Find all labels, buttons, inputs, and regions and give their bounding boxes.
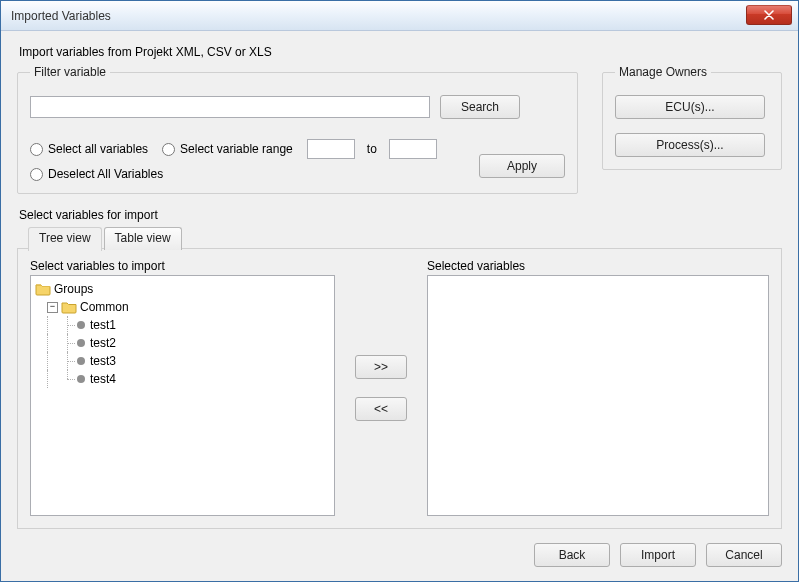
left-column: Select variables to import <box>30 259 335 516</box>
right-column: Selected variables <box>427 259 769 516</box>
radio-select-all-input[interactable] <box>30 143 43 156</box>
right-column-header: Selected variables <box>427 259 769 273</box>
select-section-label: Select variables for import <box>19 208 782 222</box>
variable-icon <box>77 375 85 383</box>
folder-icon <box>35 282 51 296</box>
footer-buttons: Back Import Cancel <box>17 543 782 567</box>
tab-table-view[interactable]: Table view <box>104 227 182 250</box>
manage-owners-legend: Manage Owners <box>615 65 711 79</box>
tree-root-row[interactable]: Groups <box>35 280 330 298</box>
tree-leaf-row[interactable]: test1 <box>35 316 330 334</box>
back-button[interactable]: Back <box>534 543 610 567</box>
tree-group-row[interactable]: − Common <box>35 298 330 316</box>
close-button[interactable] <box>746 5 792 25</box>
tree-collapse-toggle[interactable]: − <box>47 302 58 313</box>
intro-label: Import variables from Projekt XML, CSV o… <box>19 45 782 59</box>
tree-leaf-row[interactable]: test2 <box>35 334 330 352</box>
filter-groupbox: Filter variable Search Select all variab… <box>17 65 578 194</box>
move-right-button[interactable]: >> <box>355 355 407 379</box>
tree: Groups − <box>31 276 334 392</box>
radio-select-all[interactable]: Select all variables <box>30 142 148 156</box>
tabs-wrap: Tree view Table view Select variables to… <box>17 248 782 529</box>
radio-select-range-label: Select variable range <box>180 142 293 156</box>
cancel-button[interactable]: Cancel <box>706 543 782 567</box>
tree-leaf-row[interactable]: test3 <box>35 352 330 370</box>
variable-icon <box>77 339 85 347</box>
radio-select-all-label: Select all variables <box>48 142 148 156</box>
titlebar: Imported Variables <box>1 1 798 31</box>
radio-select-range-input[interactable] <box>162 143 175 156</box>
top-row: Filter variable Search Select all variab… <box>17 65 782 194</box>
range-to-input[interactable] <box>389 139 437 159</box>
tree-leaf-label: test1 <box>90 318 116 332</box>
range-separator: to <box>367 142 377 156</box>
ecu-button[interactable]: ECU(s)... <box>615 95 765 119</box>
variable-icon <box>77 321 85 329</box>
tree-root-label: Groups <box>54 282 93 296</box>
filter-search-input[interactable] <box>30 96 430 118</box>
variable-icon <box>77 357 85 365</box>
radio-deselect-all-label: Deselect All Variables <box>48 167 163 181</box>
radio-deselect-all-input[interactable] <box>30 168 43 181</box>
transfer-layout: Select variables to import <box>30 259 769 516</box>
dialog-window: Imported Variables Import variables from… <box>0 0 799 582</box>
selected-list-panel[interactable] <box>427 275 769 516</box>
move-left-button[interactable]: << <box>355 397 407 421</box>
tabs-panel: Tree view Table view Select variables to… <box>17 248 782 529</box>
folder-icon <box>61 300 77 314</box>
filter-radio-row2: Deselect All Variables <box>30 167 459 181</box>
filter-legend: Filter variable <box>30 65 110 79</box>
process-button[interactable]: Process(s)... <box>615 133 765 157</box>
tree-leaf-label: test3 <box>90 354 116 368</box>
tree-leaf-label: test4 <box>90 372 116 386</box>
radio-deselect-all[interactable]: Deselect All Variables <box>30 167 163 181</box>
manage-owners-groupbox: Manage Owners ECU(s)... Process(s)... <box>602 65 782 170</box>
filter-radio-row: Select all variables Select variable ran… <box>30 139 459 159</box>
search-button[interactable]: Search <box>440 95 520 119</box>
import-button[interactable]: Import <box>620 543 696 567</box>
client-area: Import variables from Projekt XML, CSV o… <box>1 31 798 581</box>
tree-leaf-row[interactable]: test4 <box>35 370 330 388</box>
transfer-buttons-column: >> << <box>351 259 411 516</box>
left-column-header: Select variables to import <box>30 259 335 273</box>
manage-owners-stack: ECU(s)... Process(s)... <box>615 95 769 157</box>
tree-group-label: Common <box>80 300 129 314</box>
filter-apply-wrap: Apply <box>479 154 565 178</box>
minus-icon: − <box>50 302 55 311</box>
available-tree-panel[interactable]: Groups − <box>30 275 335 516</box>
tab-tree-view[interactable]: Tree view <box>28 227 102 251</box>
tree-leaf-label: test2 <box>90 336 116 350</box>
radio-select-range[interactable]: Select variable range <box>162 142 293 156</box>
close-icon <box>764 10 774 20</box>
tabstrip: Tree view Table view <box>28 227 184 251</box>
range-from-input[interactable] <box>307 139 355 159</box>
window-title: Imported Variables <box>11 9 746 23</box>
apply-button[interactable]: Apply <box>479 154 565 178</box>
filter-search-row: Search <box>30 95 565 119</box>
